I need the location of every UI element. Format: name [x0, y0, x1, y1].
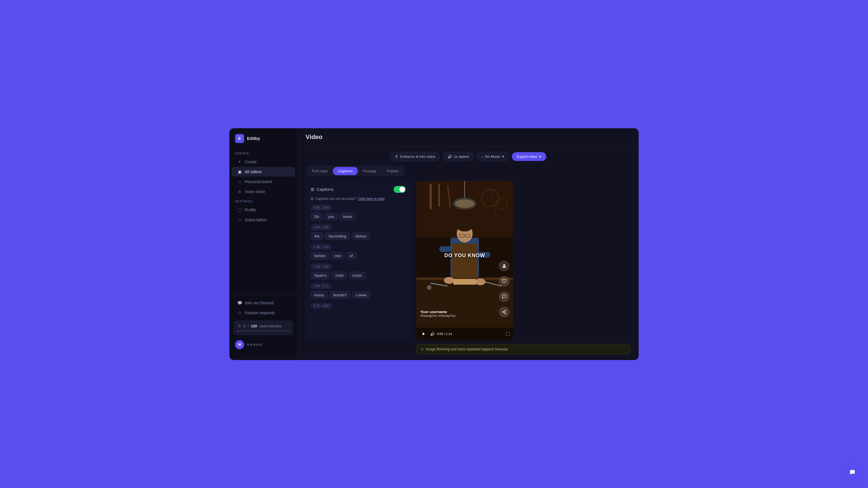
- enhance-btn[interactable]: 🎙 Enhance & trim voice: [390, 152, 440, 161]
- music-icon: ♪: [482, 154, 484, 159]
- word-chip-2-2[interactable]: of: [346, 252, 357, 260]
- time-badge-4: 3.29 - 5.71: [311, 283, 332, 289]
- word-chip-1-0[interactable]: the: [311, 232, 323, 240]
- time-badge-0: 0.00 - 0.54: [311, 205, 332, 210]
- content-area: 🎙 Enhance & trim voice 🔊 1x speed ♪ No M…: [298, 146, 639, 360]
- word-chip-1-1[interactable]: fascinating: [325, 232, 350, 240]
- svg-point-23: [475, 279, 486, 285]
- svg-point-28: [503, 264, 505, 266]
- usage-total: 120: [251, 324, 257, 328]
- word-chip-4-0[interactable]: luxury: [311, 291, 328, 299]
- export-label: Export video: [517, 154, 537, 159]
- captions-segments: 0.00 - 0.54Doyouknow0.54 - 1.45thefascin…: [311, 205, 406, 311]
- redo-link[interactable]: Click here to redo: [358, 197, 384, 201]
- sidebar-nav: ✦ Create ▣ All videos ☺ Personal brand ⊕…: [229, 157, 297, 197]
- user-dot-4: [256, 344, 259, 346]
- sidebar-item-feature-requests[interactable]: ⊙ Feature requests: [231, 308, 295, 318]
- play-button[interactable]: [420, 330, 428, 338]
- word-chip-3-2[interactable]: iconic: [349, 271, 366, 279]
- sidebar-item-subscription[interactable]: ▭ Subscription: [231, 215, 295, 225]
- svg-point-27: [427, 285, 431, 290]
- word-chips-0: Doyouknow: [311, 213, 406, 221]
- subscription-icon: ▭: [237, 218, 242, 222]
- export-btn[interactable]: Export video ▾: [512, 152, 546, 161]
- share-social-icon[interactable]: [499, 307, 509, 317]
- enhance-icon: 🎙: [395, 154, 399, 159]
- captions-icon: ⊞: [311, 187, 314, 192]
- sidebar-bottom: 💬 Join our Discord ⊙ Feature requests ⏱ …: [229, 295, 297, 354]
- captions-header: ⊞ Captions: [311, 186, 406, 193]
- user-dot-1: [247, 344, 249, 346]
- sidebar-label-subscription: Subscription: [245, 218, 267, 222]
- video-social-icons: [499, 260, 509, 317]
- tab-footage[interactable]: Footage: [358, 167, 382, 175]
- word-chip-4-2[interactable]: Loewe: [352, 291, 370, 299]
- word-chip-2-1[interactable]: one: [331, 252, 344, 260]
- word-chip-3-0[interactable]: Spain's: [311, 271, 330, 279]
- personal-brand-icon: ☺: [237, 179, 242, 184]
- alert-bar: ⚠ Image flickering and voice repeated ha…: [416, 344, 631, 354]
- user-dot-3: [253, 344, 255, 346]
- usage-bar-background: [237, 331, 289, 332]
- svg-rect-24: [453, 279, 476, 285]
- word-chip-2-0[interactable]: behind: [311, 252, 329, 260]
- captions-panel: ⊞ Captions ⊞ Captions are not accurate? …: [306, 181, 411, 340]
- captions-label: Captions: [317, 187, 333, 192]
- sidebar-label-feature-requests: Feature requests: [245, 311, 275, 315]
- music-btn[interactable]: ♪ No Music ▾: [477, 152, 509, 161]
- word-chips-1: thefascinatinghistory: [311, 232, 406, 240]
- tab-font-style[interactable]: Font style: [307, 167, 333, 175]
- word-chip-4-1[interactable]: brands?: [330, 291, 350, 299]
- user-dot-2: [250, 344, 252, 346]
- music-chevron-icon: ▾: [502, 154, 504, 159]
- comment-social-icon[interactable]: [499, 291, 509, 302]
- sidebar-item-personal-brand[interactable]: ☺ Personal brand: [231, 177, 295, 186]
- warning-text: Captions are not accurate?: [315, 197, 356, 201]
- time-total: 1:14: [446, 332, 452, 336]
- captions-title: ⊞ Captions: [311, 187, 333, 192]
- tab-captions[interactable]: Captions: [333, 167, 358, 175]
- word-chips-3: Spain'smosticonic: [311, 271, 406, 279]
- word-chip-0-0[interactable]: Do: [311, 213, 323, 221]
- sidebar-label-voice-clone: Voice clone: [245, 190, 265, 194]
- fullscreen-button[interactable]: ⛶: [506, 332, 509, 336]
- time-badge-1: 0.54 - 1.45: [311, 224, 332, 230]
- sidebar-item-voice-clone[interactable]: ⊕ Voice clone: [231, 187, 295, 197]
- speed-btn[interactable]: 🔊 1x speed: [443, 152, 474, 161]
- create-section-label: CREATE: [229, 149, 297, 157]
- logo-circle: E: [235, 134, 244, 143]
- tabs-row: Font style Captions Footage Publish: [306, 166, 405, 176]
- video-panel: DO YOU KNOW: [416, 181, 631, 354]
- enhance-label: Enhance & trim voice: [400, 154, 435, 159]
- heart-social-icon[interactable]: [499, 276, 509, 287]
- svg-line-32: [504, 312, 505, 313]
- sidebar: E Editby CREATE ✦ Create ▣ All videos ☺ …: [229, 128, 298, 360]
- volume-button[interactable]: 🔊: [430, 332, 435, 336]
- svg-point-22: [444, 277, 454, 284]
- chat-fab[interactable]: [845, 465, 860, 480]
- sidebar-item-discord[interactable]: 💬 Join our Discord: [231, 298, 295, 308]
- word-chip-3-1[interactable]: most: [332, 271, 347, 279]
- time-current: 0:00: [437, 332, 443, 336]
- user-avatar: M: [235, 340, 244, 349]
- music-label: No Music: [485, 154, 500, 159]
- caption-segment-1: 0.54 - 1.45thefascinatinghistory: [311, 224, 406, 240]
- profile-social-icon[interactable]: [499, 260, 509, 271]
- panel-area: ⊞ Captions ⊞ Captions are not accurate? …: [306, 181, 631, 354]
- warning-icon: ⊞: [311, 197, 313, 201]
- video-caption: DO YOU KNOW: [444, 253, 485, 259]
- word-chip-0-2[interactable]: know: [340, 213, 355, 221]
- sidebar-item-all-videos[interactable]: ▣ All videos: [231, 167, 295, 177]
- word-chip-0-1[interactable]: you: [324, 213, 338, 221]
- sidebar-bottom-items: 💬 Join our Discord ⊙ Feature requests: [229, 298, 297, 318]
- captions-toggle[interactable]: [394, 186, 406, 193]
- sidebar-item-profile[interactable]: ◯ Profile: [231, 205, 295, 215]
- tab-publish[interactable]: Publish: [381, 167, 404, 175]
- app-window: E Editby CREATE ✦ Create ▣ All videos ☺ …: [229, 128, 639, 360]
- word-chip-1-2[interactable]: history: [351, 232, 370, 240]
- profile-icon: ◯: [237, 208, 242, 212]
- svg-point-16: [457, 221, 473, 231]
- sidebar-item-create[interactable]: ✦ Create: [231, 157, 295, 167]
- usage-current: 0: [243, 324, 245, 328]
- alert-text: Image flickering and voice repeated happ…: [426, 347, 508, 351]
